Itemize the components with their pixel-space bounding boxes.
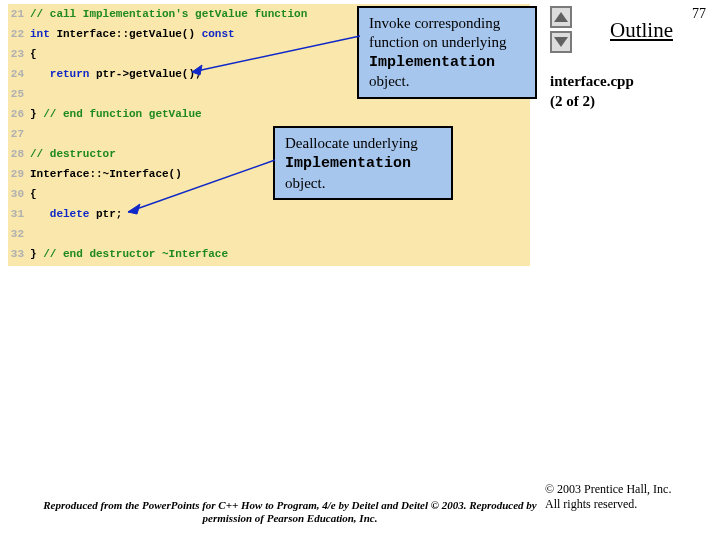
file-name: interface.cpp (550, 73, 634, 89)
code-line: 26} // end function getValue (8, 104, 530, 124)
callout-mono: Implementation (369, 54, 495, 71)
code-token: // destructor (30, 144, 116, 164)
line-number: 30 (8, 184, 30, 204)
copyright-line: © 2003 Prentice Hall, Inc. (545, 482, 671, 496)
code-token: ptr->getValue(); (89, 64, 201, 84)
line-number: 22 (8, 24, 30, 44)
line-number: 25 (8, 84, 30, 104)
nav-up-button[interactable] (550, 6, 572, 28)
code-token: ptr; (89, 204, 122, 224)
code-token: delete (50, 204, 90, 224)
callout-mono: Implementation (285, 155, 411, 172)
triangle-up-icon (554, 12, 568, 22)
svg-marker-5 (554, 37, 568, 47)
triangle-down-icon (554, 37, 568, 47)
line-number: 33 (8, 244, 30, 264)
code-line: 32 (8, 224, 530, 244)
line-number: 24 (8, 64, 30, 84)
callout-text: Deallocate underlying (285, 135, 418, 151)
copyright: © 2003 Prentice Hall, Inc. All rights re… (545, 482, 710, 512)
code-token: Interface::~Interface() (30, 164, 182, 184)
reproduction-note: Reproduced from the PowerPoints for C++ … (40, 499, 540, 527)
code-token: } (30, 244, 43, 264)
code-token: Interface::getValue() (50, 24, 202, 44)
code-token: const (202, 24, 235, 44)
callout-text: object. (285, 175, 325, 191)
sidebar: Outline interface.cpp (2 of 2) (550, 6, 710, 56)
code-token: } (30, 104, 43, 124)
callout-invoke: Invoke corresponding function on underly… (357, 6, 537, 99)
file-part: (2 of 2) (550, 93, 595, 109)
code-token: { (30, 44, 37, 64)
line-number: 21 (8, 4, 30, 24)
callout-deallocate: Deallocate underlying Implementation obj… (273, 126, 453, 200)
line-number: 26 (8, 104, 30, 124)
line-number: 27 (8, 124, 30, 144)
line-number: 29 (8, 164, 30, 184)
outline-link[interactable]: Outline (610, 18, 673, 43)
page-number: 77 (692, 6, 706, 22)
code-line: 33} // end destructor ~Interface (8, 244, 530, 264)
code-token (30, 204, 50, 224)
code-token: return (50, 64, 90, 84)
nav-down-button[interactable] (550, 31, 572, 53)
callout-text: function on underlying (369, 34, 506, 50)
svg-marker-4 (554, 12, 568, 22)
code-token: // end destructor ~Interface (43, 244, 228, 264)
line-number: 23 (8, 44, 30, 64)
code-token: // call Implementation's getValue functi… (30, 4, 307, 24)
code-token: { (30, 184, 37, 204)
code-token: int (30, 24, 50, 44)
callout-text: Invoke corresponding (369, 15, 500, 31)
line-number: 28 (8, 144, 30, 164)
callout-text: object. (369, 73, 409, 89)
code-line: 31 delete ptr; (8, 204, 530, 224)
code-token (30, 64, 50, 84)
file-label: interface.cpp (2 of 2) (550, 72, 634, 111)
code-token: // end function getValue (43, 104, 201, 124)
copyright-line: All rights reserved. (545, 497, 637, 511)
line-number: 31 (8, 204, 30, 224)
line-number: 32 (8, 224, 30, 244)
